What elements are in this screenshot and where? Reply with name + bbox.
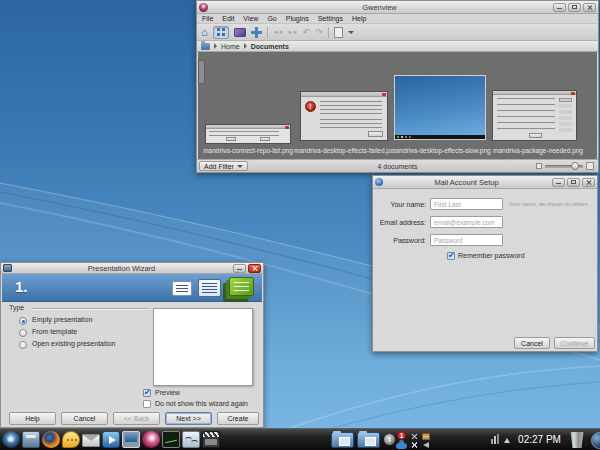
gwenview-titlebar[interactable]: Gwenview — [197, 1, 598, 14]
thumbnail-desktop-effects-failed[interactable]: ! — [300, 91, 388, 141]
zoom-slider-handle[interactable] — [571, 162, 579, 170]
breadcrumb-current[interactable]: Documents — [251, 43, 289, 50]
preview-checkbox[interactable] — [143, 389, 151, 397]
wizard-app-icon — [3, 264, 12, 272]
media-player-icon[interactable] — [102, 431, 120, 448]
zoom-control — [536, 162, 594, 170]
close-button[interactable] — [583, 3, 596, 12]
close-button[interactable] — [248, 264, 261, 273]
next-button[interactable]: Next >> — [165, 412, 212, 425]
thumbnail-package-needed[interactable] — [492, 90, 577, 141]
back-button[interactable]: << Back — [113, 412, 160, 425]
maximize-button[interactable] — [568, 3, 581, 12]
tray-expand-arrow-icon[interactable] — [504, 438, 510, 443]
menu-settings[interactable]: Settings — [318, 15, 343, 22]
name-field[interactable] — [430, 198, 503, 210]
cloud-tray-icon[interactable] — [396, 443, 407, 449]
system-monitor-icon[interactable] — [162, 431, 180, 448]
taskbar-launchers — [2, 431, 220, 448]
email-field[interactable] — [430, 216, 503, 228]
mail-icon[interactable] — [82, 434, 100, 447]
group-divider — [32, 308, 149, 309]
menu-help[interactable]: Help — [352, 15, 366, 22]
radio-empty-presentation[interactable] — [19, 317, 27, 325]
bluetooth-icon[interactable] — [412, 441, 417, 449]
firefox-icon[interactable] — [42, 431, 60, 448]
previous-icon[interactable]: ◄◄ — [273, 29, 283, 35]
option-existing-label[interactable]: Open existing presentation — [32, 340, 115, 347]
continue-button[interactable]: Continue — [554, 337, 595, 349]
slides-stack-icon — [229, 277, 254, 296]
zoom-in-icon[interactable] — [586, 162, 594, 170]
instant-messenger-icon[interactable] — [62, 431, 80, 448]
menu-file[interactable]: File — [202, 15, 213, 22]
network-signal-icon[interactable] — [494, 436, 496, 444]
gwenview-title: Gwenview — [208, 3, 551, 12]
taskbar-photo-window-1[interactable] — [331, 432, 354, 448]
clock[interactable]: 02:27 PM — [513, 429, 566, 450]
option-empty-label[interactable]: Empty presentation — [32, 316, 92, 323]
next-icon[interactable]: ►► — [288, 29, 298, 35]
desktop-corner-icon[interactable] — [591, 432, 600, 449]
folder-icon[interactable] — [201, 43, 210, 50]
create-button[interactable]: Create — [217, 412, 259, 425]
menu-edit[interactable]: Edit — [222, 15, 234, 22]
cancel-button[interactable]: Cancel — [514, 337, 550, 349]
minimize-button[interactable] — [553, 3, 566, 12]
password-field[interactable] — [430, 234, 503, 246]
radio-open-existing[interactable] — [19, 341, 27, 349]
openoffice-icon[interactable] — [182, 431, 200, 448]
share-icon[interactable] — [334, 27, 343, 38]
help-button[interactable]: Help — [9, 412, 56, 425]
thumbnail-view[interactable]: ! mandriva-connect-repo-list.png mandriv… — [198, 52, 597, 161]
menu-view[interactable]: View — [243, 15, 258, 22]
wizard-titlebar[interactable]: Presentation Wizard — [1, 263, 263, 274]
gwenview-statusbar: Add Filter 4 documents — [197, 159, 598, 172]
volume-icon[interactable] — [423, 442, 429, 448]
rotate-right-icon[interactable]: ↷ — [315, 28, 323, 37]
view-mode-icon[interactable] — [234, 28, 246, 37]
mandriva-menu-icon[interactable] — [2, 431, 20, 448]
thumbnail-desktop-effects-slow[interactable] — [394, 75, 486, 140]
email-row: Email address: — [377, 215, 593, 229]
taskbar-photo-window-2[interactable] — [357, 432, 380, 448]
radio-from-template[interactable] — [19, 329, 27, 337]
dont-show-checkbox[interactable] — [143, 400, 151, 408]
presentation-wizard-window: Presentation Wizard 1. Type Empty presen… — [0, 262, 264, 428]
email-label: Email address: — [377, 219, 430, 226]
file-manager-icon[interactable] — [22, 431, 40, 448]
minimize-button[interactable] — [552, 178, 565, 187]
menu-go[interactable]: Go — [267, 15, 276, 22]
home-icon[interactable]: ⌂ — [201, 27, 208, 38]
close-button[interactable] — [582, 178, 595, 187]
option-template-label[interactable]: From template — [32, 328, 77, 335]
scrollbar-handle[interactable] — [198, 60, 205, 84]
close-tray-icon[interactable] — [411, 433, 418, 440]
add-filter-button[interactable]: Add Filter — [199, 161, 248, 171]
minimize-button[interactable] — [233, 264, 246, 273]
menu-plugins[interactable]: Plugins — [286, 15, 309, 22]
fullscreen-icon[interactable] — [251, 27, 262, 38]
thumbnail-connect-repo-list[interactable] — [205, 124, 291, 144]
mail-title: Mail Account Setup — [383, 178, 550, 187]
share-dropdown-caret[interactable] — [348, 31, 354, 34]
name-label: Your name: — [377, 201, 430, 208]
browse-mode-icon[interactable] — [213, 26, 229, 39]
updates-badge[interactable]: 1 — [397, 431, 406, 440]
maximize-button[interactable] — [567, 178, 580, 187]
info-tray-icon[interactable] — [384, 434, 395, 445]
video-editor-icon[interactable] — [202, 431, 220, 448]
dont-show-label: Do not show this wizard again — [155, 400, 248, 407]
control-center-icon[interactable] — [122, 431, 140, 448]
cancel-button[interactable]: Cancel — [61, 412, 108, 425]
mail-titlebar[interactable]: Mail Account Setup — [373, 176, 597, 189]
gwenview-launcher-icon[interactable] — [142, 431, 160, 448]
wizard-step-number: 1. — [15, 278, 28, 295]
zoom-out-icon[interactable] — [536, 163, 542, 169]
remember-password-checkbox[interactable] — [447, 252, 455, 260]
trash-icon[interactable] — [569, 432, 585, 448]
zoom-slider[interactable] — [545, 165, 583, 168]
package-tray-icon[interactable] — [422, 433, 430, 440]
rotate-left-icon[interactable]: ↶ — [302, 28, 310, 37]
breadcrumb-home[interactable]: Home — [221, 43, 240, 50]
